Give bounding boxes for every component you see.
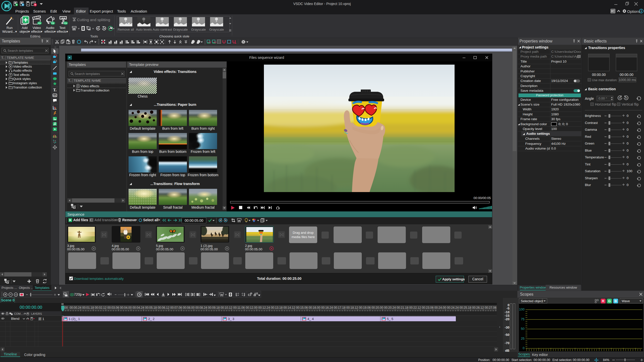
svg-text:00:25.18: 00:25.18 [460, 306, 471, 309]
svg-text:COM...: COM... [14, 312, 23, 315]
svg-text:25: 25 [521, 337, 525, 340]
svg-text:00:20.00: 00:20.00 [372, 306, 383, 309]
svg-text:LAYERS: LAYERS [31, 312, 42, 315]
svg-text:FX: FX [38, 22, 41, 24]
svg-text:T.: T. [53, 88, 56, 92]
svg-text:00:15.06: 00:15.06 [296, 306, 308, 309]
svg-text:0: 0 [523, 346, 525, 350]
svg-text:50: 50 [521, 327, 525, 331]
svg-text:00:01.18: 00:01.18 [82, 306, 94, 309]
svg-text:00:13.18: 00:13.18 [271, 306, 283, 309]
svg-text:00:18.12: 00:18.12 [346, 306, 358, 309]
svg-text:00:21.18: 00:21.18 [397, 306, 409, 309]
svg-text:FX: FX [64, 22, 67, 24]
svg-text:90: 90 [103, 28, 105, 29]
svg-text:00:07.06: 00:07.06 [170, 306, 182, 309]
svg-text:00:10.12: 00:10.12 [221, 306, 232, 309]
svg-text:100: 100 [14, 294, 17, 296]
svg-text:00:27.06: 00:27.06 [485, 306, 497, 309]
svg-text:90: 90 [625, 97, 627, 99]
svg-text:00:05.18: 00:05.18 [145, 306, 157, 309]
svg-text:00:24.00: 00:24.00 [434, 306, 446, 309]
svg-text:90: 90 [619, 97, 621, 99]
svg-text:00:11.06: 00:11.06 [233, 306, 245, 309]
svg-text:90: 90 [220, 219, 222, 221]
svg-text:00:22.12: 00:22.12 [409, 306, 421, 309]
svg-text:00:00.24: 00:00.24 [70, 306, 82, 309]
svg-text:00:03.06: 00:03.06 [107, 306, 119, 309]
svg-text:FX: FX [52, 22, 54, 24]
svg-text:90: 90 [225, 219, 227, 221]
svg-text:90: 90 [97, 28, 99, 29]
svg-text:CC: CC [53, 94, 57, 97]
svg-text:00:06.12: 00:06.12 [158, 306, 170, 309]
svg-text:00:23.06: 00:23.06 [422, 306, 434, 309]
svg-text:00:20.24: 00:20.24 [384, 306, 396, 309]
svg-text:00:02.12: 00:02.12 [95, 306, 107, 309]
svg-text:00:12.24: 00:12.24 [258, 306, 270, 309]
svg-text:00:04.00: 00:04.00 [120, 306, 132, 309]
svg-text:100: 100 [519, 307, 525, 311]
svg-text:75: 75 [521, 317, 525, 321]
svg-text:00:09.18: 00:09.18 [208, 306, 220, 309]
svg-text:00:08.00: 00:08.00 [183, 306, 195, 309]
svg-text:00:24.24: 00:24.24 [447, 306, 459, 309]
svg-text:00:12.00: 00:12.00 [246, 306, 258, 309]
svg-text:00:04.24: 00:04.24 [133, 306, 144, 309]
svg-text:00:26.12: 00:26.12 [472, 306, 484, 309]
svg-text:00:16.24: 00:16.24 [321, 306, 333, 309]
svg-text:00:19.06: 00:19.06 [359, 306, 371, 309]
svg-text:00:16.00: 00:16.00 [309, 306, 320, 309]
svg-text:00:17.18: 00:17.18 [334, 306, 346, 309]
svg-text:00:08.24: 00:08.24 [195, 306, 207, 309]
svg-text:00:14.12: 00:14.12 [284, 306, 295, 309]
